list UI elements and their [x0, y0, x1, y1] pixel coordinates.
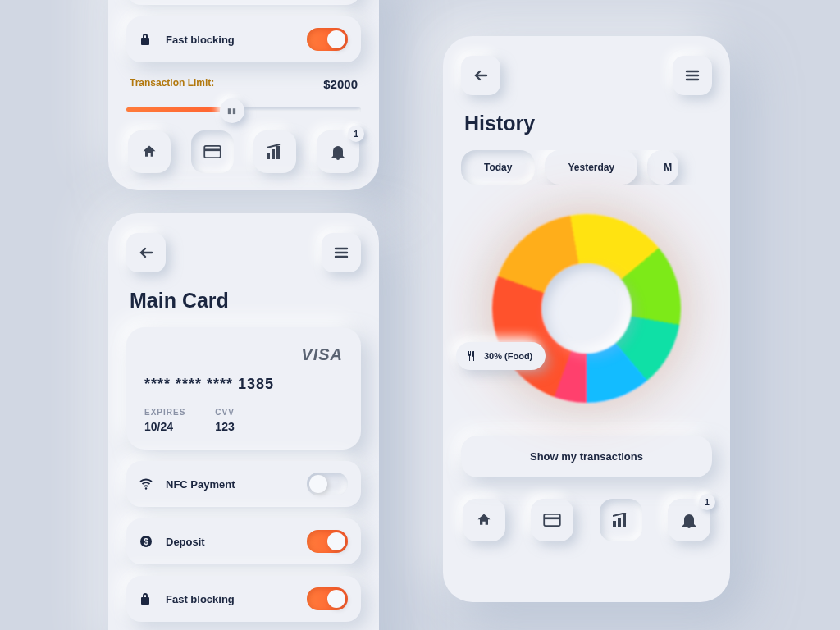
toggle-fast-blocking[interactable]: [307, 587, 348, 610]
tab-notifications[interactable]: 1: [668, 499, 710, 541]
option-label: Fast blocking: [166, 34, 307, 46]
toggle-deposit[interactable]: [307, 530, 348, 553]
main-card-screen: Main Card VISA **** **** **** 1385 EXPIR…: [108, 213, 379, 630]
credit-card[interactable]: VISA **** **** **** 1385 EXPIRES 10/24 C…: [126, 327, 361, 450]
spending-donut-chart[interactable]: 30% (Food): [461, 189, 712, 427]
card-brand: VISA: [144, 345, 343, 364]
history-screen: History Today Yesterday M 30% (Food) Sho…: [443, 36, 730, 602]
chip-today[interactable]: Today: [461, 150, 535, 185]
transaction-limit-slider[interactable]: ▮▮: [126, 98, 361, 119]
back-button[interactable]: [461, 56, 500, 95]
svg-rect-8: [545, 514, 561, 526]
cvv-label: CVV: [215, 408, 235, 417]
lock-icon: [139, 592, 158, 605]
tab-card[interactable]: [191, 130, 234, 173]
transaction-limit-label: Transaction Limit:: [130, 77, 214, 91]
wifi-icon: [139, 478, 158, 490]
dollar-icon: $: [139, 535, 158, 548]
chip-more[interactable]: M: [647, 150, 678, 185]
expires-label: EXPIRES: [144, 408, 185, 417]
svg-point-5: [145, 487, 147, 489]
toggle-nfc[interactable]: [307, 472, 348, 495]
lock-icon: [139, 33, 158, 46]
option-row-fast-blocking: Fast blocking: [126, 16, 361, 62]
utensils-icon: [466, 350, 477, 362]
chart-callout-food[interactable]: 30% (Food): [456, 342, 546, 370]
bottom-tabbar: 1: [126, 127, 361, 173]
svg-rect-3: [272, 149, 275, 159]
option-row-prev: ●: [126, 0, 361, 5]
slider-thumb-icon[interactable]: ▮▮: [220, 98, 244, 123]
toggle-fast-blocking[interactable]: [307, 28, 348, 51]
bottom-tabbar: 1: [461, 495, 712, 541]
expires-value: 10/24: [144, 420, 185, 433]
menu-button[interactable]: [673, 56, 712, 95]
option-label: Fast blocking: [166, 593, 307, 605]
tab-stats[interactable]: [600, 499, 642, 541]
chart-callout-label: 30% (Food): [484, 351, 532, 361]
transaction-limit-row: Transaction Limit: $2000: [126, 74, 361, 98]
card-number: **** **** **** 1385: [144, 376, 343, 393]
tab-notifications[interactable]: 1: [317, 130, 359, 173]
notification-badge: 1: [348, 126, 364, 142]
svg-rect-4: [276, 146, 280, 159]
page-title: Main Card: [130, 289, 358, 313]
transaction-limit-value: $2000: [323, 77, 358, 91]
cvv-value: 123: [215, 420, 235, 433]
svg-rect-12: [623, 514, 626, 527]
svg-rect-10: [613, 521, 616, 527]
notification-badge: 1: [699, 494, 715, 510]
tab-home[interactable]: [463, 499, 505, 541]
tab-stats[interactable]: [253, 130, 296, 173]
svg-rect-9: [545, 517, 561, 519]
settings-screen-partial: ● Fast blocking Transaction Limit: $2000…: [108, 0, 379, 190]
svg-text:$: $: [144, 537, 148, 546]
option-label: Deposit: [166, 536, 307, 548]
option-row-fast-blocking: Fast blocking: [126, 576, 361, 622]
page-title: History: [464, 112, 709, 135]
option-label: NFC Payment: [166, 478, 307, 491]
svg-rect-11: [618, 518, 621, 527]
option-row-nfc: NFC Payment: [126, 461, 361, 507]
svg-rect-1: [204, 148, 221, 151]
svg-rect-2: [267, 153, 270, 159]
option-row-deposit: $ Deposit: [126, 518, 361, 564]
back-button[interactable]: [126, 233, 166, 272]
show-transactions-button[interactable]: Show my transactions: [461, 436, 712, 477]
tab-home[interactable]: [128, 130, 171, 173]
chip-yesterday[interactable]: Yesterday: [545, 150, 637, 185]
date-filter-chips: Today Yesterday M: [461, 150, 712, 185]
tab-card[interactable]: [531, 499, 573, 541]
svg-rect-0: [204, 146, 221, 158]
menu-button[interactable]: [322, 233, 361, 272]
